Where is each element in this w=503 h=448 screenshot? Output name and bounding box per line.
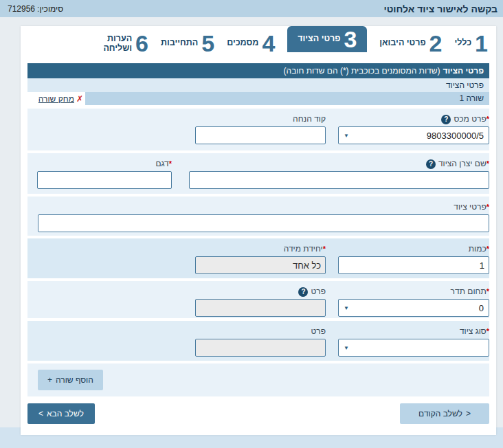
equipment-details-field: *פרטי ציוד xyxy=(38,202,489,236)
reference-value: 712956 xyxy=(8,4,35,14)
model-input[interactable] xyxy=(37,171,172,189)
required-mark: * xyxy=(487,287,489,295)
add-row-label: הוסף שורה xyxy=(56,375,93,385)
step-label: מסמכים xyxy=(227,38,258,55)
frequency-detail-input xyxy=(195,299,326,317)
manufacturer-label: *שם יצרן הציוד? xyxy=(189,159,489,169)
step-tab-commitment[interactable]: 5 התחייבות xyxy=(161,26,214,55)
row-equipment-type: *סוג ציוד ▼ פרט xyxy=(27,321,489,361)
required-mark: * xyxy=(323,245,326,253)
add-row-button[interactable]: הוסף שורה + xyxy=(38,370,103,390)
step-number: 6 xyxy=(135,32,148,55)
step-number: 1 xyxy=(475,32,488,55)
step-tab-general[interactable]: 1 כללי xyxy=(454,26,488,55)
equipment-details-input[interactable] xyxy=(38,214,489,232)
step-number: 4 xyxy=(262,32,275,55)
next-step-label: לשלב הבא xyxy=(47,409,84,418)
required-mark: * xyxy=(487,245,489,253)
section-title: פרטי הציוד xyxy=(443,66,484,76)
discount-code-field: קוד הנחה xyxy=(195,114,326,150)
step-tab-notes-and-send[interactable]: 6 הערות ושליחה xyxy=(98,26,148,55)
section-header-bar: פרטי הציוד(שדות המסומנים בכוכבית (*) הם … xyxy=(27,63,489,78)
chevron-down-icon: ▼ xyxy=(344,345,349,351)
row-label: שורה 1 xyxy=(85,92,489,105)
delete-row-link[interactable]: מחק שורה xyxy=(38,94,74,104)
previous-step-button[interactable]: > לשלב הקודם xyxy=(400,403,489,424)
chevron-left-icon: < xyxy=(38,409,43,418)
step-label: התחייבות xyxy=(161,38,198,55)
frequency-range-select[interactable]: 0 ▼ xyxy=(338,299,489,317)
row-frequency: *תחום תדר 0 ▼ פרט? xyxy=(27,281,489,318)
step-tab-documents[interactable]: 4 מסמכים xyxy=(227,26,275,55)
equipment-row-header: שורה 1 ✗ מחק שורה xyxy=(27,92,489,105)
type-detail-field: פרט xyxy=(195,326,326,361)
required-mark: * xyxy=(487,159,489,168)
required-mark: * xyxy=(487,327,489,335)
step-number: 3 xyxy=(344,27,357,51)
manufacturer-input[interactable] xyxy=(189,171,489,189)
plus-icon: + xyxy=(47,375,52,385)
quantity-label: *כמות xyxy=(338,244,489,254)
manufacturer-field: *שם יצרן הציוד? xyxy=(189,159,489,194)
row-customs: *פרט מכס? 9803300000/5 ▼ קוד הנחה xyxy=(27,109,489,150)
step-tab-importer-details[interactable]: 2 פרטי היבואן xyxy=(379,26,442,55)
discount-code-label: קוד הנחה xyxy=(195,114,326,124)
unit-field: *יחידת מידה xyxy=(195,244,326,278)
frequency-range-field: *תחום תדר 0 ▼ xyxy=(338,287,489,318)
row-manufacturer: *שם יצרן הציוד? *דגם xyxy=(27,153,489,194)
unit-label: *יחידת מידה xyxy=(195,244,326,254)
frequency-detail-field: פרט? xyxy=(195,287,326,318)
wizard-navigation: > לשלב הקודם לשלב הבא < xyxy=(27,403,489,424)
form-card: 1 כללי 2 פרטי היבואן 3 פרטי הציוד 4 מסמכ… xyxy=(21,26,496,435)
frequency-range-value: 0 xyxy=(479,303,484,313)
next-step-button[interactable]: לשלב הבא < xyxy=(27,403,95,424)
equipment-type-select[interactable]: ▼ xyxy=(338,339,489,357)
step-tab-equipment-details[interactable]: 3 פרטי הציוד xyxy=(287,26,367,52)
help-icon[interactable]: ? xyxy=(298,287,308,297)
chevron-down-icon: ▼ xyxy=(344,133,349,139)
equipment-type-field: *סוג ציוד ▼ xyxy=(338,326,489,361)
frequency-range-label: *תחום תדר xyxy=(338,287,489,297)
reference-label: סימוכין: xyxy=(37,4,63,14)
customs-item-value: 9803300000/5 xyxy=(427,131,484,141)
unit-input xyxy=(195,256,326,274)
model-field: *דגם xyxy=(37,159,172,194)
panel-title: פרטי הציוד xyxy=(27,78,489,92)
reference-number: סימוכין:712956 xyxy=(5,4,63,14)
customs-item-field: *פרט מכס? 9803300000/5 ▼ xyxy=(338,114,489,150)
chevron-down-icon: ▼ xyxy=(344,305,349,311)
frequency-detail-label: פרט? xyxy=(195,287,326,297)
previous-step-label: לשלב הקודם xyxy=(418,409,462,418)
chevron-right-icon: > xyxy=(466,409,471,418)
customs-item-label: *פרט מכס? xyxy=(338,114,489,124)
wizard-steps: 1 כללי 2 פרטי היבואן 3 פרטי הציוד 4 מסמכ… xyxy=(27,26,489,56)
equipment-type-label: *סוג ציוד xyxy=(338,326,489,337)
section-required-note: (שדות המסומנים בכוכבית (*) הם שדות חובה) xyxy=(284,66,440,76)
required-mark: * xyxy=(487,115,489,123)
required-mark: * xyxy=(169,159,172,168)
help-icon[interactable]: ? xyxy=(426,159,436,169)
quantity-field: *כמות xyxy=(338,244,489,278)
step-number: 5 xyxy=(201,32,214,55)
required-mark: * xyxy=(487,203,489,211)
help-icon[interactable]: ? xyxy=(441,115,451,124)
add-row-section: הוסף שורה + xyxy=(27,363,489,396)
equipment-details-label: *פרטי ציוד xyxy=(38,202,489,212)
step-label: כללי xyxy=(454,38,471,55)
model-label: *דגם xyxy=(37,159,172,169)
row-quantity: *כמות *יחידת מידה xyxy=(27,238,489,278)
wireless-equipment-approval-page: בקשה לאישור ציוד אלחוטי סימוכין:712956 1… xyxy=(0,0,503,448)
step-label: פרטי היבואן xyxy=(379,38,425,55)
customs-item-select[interactable]: 9803300000/5 ▼ xyxy=(338,126,489,144)
page-body: 1 כללי 2 פרטי היבואן 3 פרטי הציוד 4 מסמכ… xyxy=(0,17,503,448)
quantity-input[interactable] xyxy=(338,256,489,274)
app-header: בקשה לאישור ציוד אלחוטי סימוכין:712956 xyxy=(0,0,503,17)
step-number: 2 xyxy=(429,32,443,55)
row-equipment-details: *פרטי ציוד xyxy=(27,197,489,236)
step-label: פרטי הציוד xyxy=(298,34,340,51)
type-detail-label: פרט xyxy=(195,326,326,337)
discount-code-input[interactable] xyxy=(195,126,326,144)
page-title: בקשה לאישור ציוד אלחוטי xyxy=(383,3,498,14)
delete-x-icon[interactable]: ✗ xyxy=(76,94,83,104)
type-detail-input xyxy=(195,339,326,357)
